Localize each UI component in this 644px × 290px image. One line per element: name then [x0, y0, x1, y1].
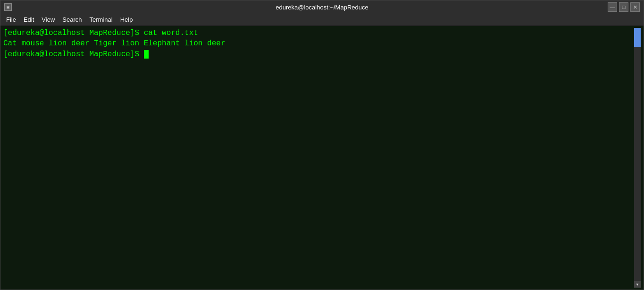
menubar: File Edit View Search Terminal Help — [0, 14, 644, 26]
window-controls: — □ ✕ — [608, 2, 640, 12]
menu-file[interactable]: File — [2, 15, 20, 24]
menu-view[interactable]: View — [38, 15, 59, 24]
window-title: edureka@localhost:~/MapReduce — [276, 4, 368, 11]
terminal-line-1: [edureka@localhost MapReduce]$ cat word.… — [3, 29, 198, 37]
minimize-button[interactable]: — — [608, 2, 617, 12]
menu-search[interactable]: Search — [59, 15, 85, 24]
menu-terminal[interactable]: Terminal — [86, 15, 117, 24]
scrollbar-thumb[interactable] — [634, 28, 641, 47]
terminal-line-2: Cat mouse lion deer Tiger lion Elephant … — [3, 39, 225, 48]
titlebar-left: ▣ — [4, 3, 16, 11]
menu-edit[interactable]: Edit — [20, 15, 38, 24]
close-button[interactable]: ✕ — [630, 2, 640, 12]
menu-help[interactable]: Help — [117, 15, 137, 24]
terminal-window: ▣ edureka@localhost:~/MapReduce — □ ✕ Fi… — [0, 0, 644, 290]
scrollbar-down-arrow[interactable]: ▼ — [634, 281, 641, 288]
terminal-body[interactable]: [edureka@localhost MapReduce]$ cat word.… — [0, 26, 644, 290]
titlebar: ▣ edureka@localhost:~/MapReduce — □ ✕ — [0, 0, 644, 14]
scrollbar[interactable]: ▲ ▼ — [634, 28, 641, 288]
window-icon: ▣ — [4, 3, 12, 11]
terminal-line-3: [edureka@localhost MapReduce]$ — [3, 50, 144, 59]
terminal-cursor — [144, 50, 149, 59]
maximize-button[interactable]: □ — [619, 2, 628, 12]
terminal-output: [edureka@localhost MapReduce]$ cat word.… — [3, 28, 634, 288]
